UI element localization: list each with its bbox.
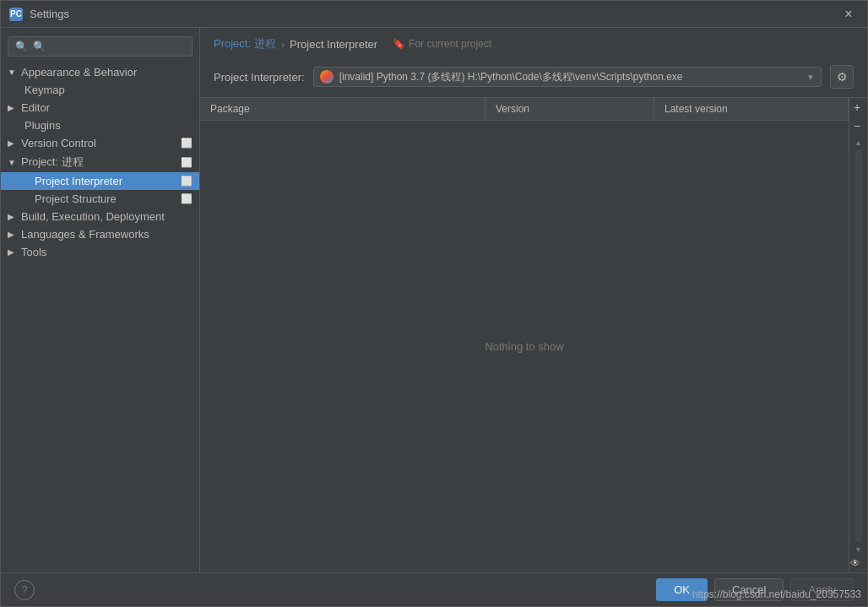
chevron-down-icon: ▼: [8, 158, 18, 167]
packages-area: Package Version Latest version Nothing t…: [200, 97, 867, 572]
search-box[interactable]: 🔍: [8, 36, 193, 57]
main-panel: Project: 进程 › Project Interpreter 🔖 For …: [200, 28, 867, 572]
col-latest-header: Latest version: [654, 98, 849, 120]
sidebar-item-label: Tools: [21, 246, 46, 258]
chevron-right-icon: ▶: [8, 103, 18, 112]
sidebar-item-keymap[interactable]: Keymap: [1, 81, 199, 99]
col-package-header: Package: [200, 98, 486, 120]
copy-icon: ⬜: [181, 176, 193, 187]
tag-icon: 🔖: [393, 38, 405, 50]
sidebar: 🔍 ▼ Appearance & Behavior Keymap ▶ Edito…: [1, 28, 200, 572]
scroll-track: [855, 150, 862, 542]
sidebar-item-version-control[interactable]: ▶ Version Control ⬜: [1, 134, 199, 152]
remove-package-button[interactable]: −: [849, 118, 865, 133]
table-body: Nothing to show: [200, 121, 849, 572]
sidebar-item-editor[interactable]: ▶ Editor: [1, 99, 199, 117]
python-icon: [320, 70, 334, 84]
sidebar-item-plugins[interactable]: Plugins: [1, 117, 199, 134]
window-title: Settings: [30, 8, 838, 20]
sidebar-item-label: Project Interpreter: [35, 175, 122, 187]
interpreter-select-wrapper: [invalid] Python 3.7 (多线程) H:\Python\Cod…: [313, 67, 822, 87]
close-button[interactable]: ×: [838, 4, 859, 24]
breadcrumb-tag-text: For current project: [409, 38, 491, 50]
app-icon: PC: [9, 8, 23, 21]
chevron-down-icon: ▼: [8, 68, 18, 77]
help-button[interactable]: ?: [14, 580, 35, 600]
eye-icon[interactable]: 👁: [849, 557, 861, 569]
chevron-right-icon: ▶: [8, 230, 18, 239]
interpreter-row: Project Interpreter: [invalid] Python 3.…: [200, 60, 867, 94]
interpreter-label: Project Interpreter:: [214, 71, 305, 84]
col-version-header: Version: [486, 98, 654, 120]
scroll-down-arrow[interactable]: ▼: [853, 544, 865, 556]
sidebar-item-label: Appearance & Behavior: [21, 66, 137, 79]
interpreter-select[interactable]: [invalid] Python 3.7 (多线程) H:\Python\Cod…: [313, 67, 822, 87]
watermark: https://blog.csdn.net/baidu_20357533: [692, 588, 861, 600]
sidebar-item-label: Languages & Frameworks: [21, 228, 149, 241]
chevron-right-icon: ▶: [8, 138, 18, 148]
chevron-right-icon: ▶: [8, 212, 18, 221]
breadcrumb-current: Project Interpreter: [290, 38, 377, 51]
breadcrumb-tag: 🔖 For current project: [393, 38, 491, 50]
packages-table: Package Version Latest version Nothing t…: [200, 98, 849, 572]
copy-icon: ⬜: [181, 157, 193, 168]
add-package-button[interactable]: +: [849, 100, 865, 115]
breadcrumb: Project: 进程 › Project Interpreter 🔖 For …: [200, 28, 867, 60]
search-input[interactable]: [33, 41, 185, 52]
sidebar-item-label: Keymap: [24, 84, 65, 96]
sidebar-item-label: Project: 进程: [21, 154, 84, 170]
sidebar-item-languages-frameworks[interactable]: ▶ Languages & Frameworks: [1, 225, 199, 243]
search-icon: 🔍: [15, 41, 28, 52]
sidebar-item-label: Plugins: [24, 119, 61, 132]
empty-message: Nothing to show: [485, 340, 563, 353]
sidebar-item-project[interactable]: ▼ Project: 进程 ⬜: [1, 152, 199, 172]
title-bar: PC Settings ×: [1, 1, 867, 28]
sidebar-item-build-execution[interactable]: ▶ Build, Execution, Deployment: [1, 208, 199, 225]
sidebar-item-tools[interactable]: ▶ Tools: [1, 243, 199, 261]
sidebar-item-project-interpreter[interactable]: Project Interpreter ⬜: [1, 172, 199, 190]
sidebar-item-appearance-behavior[interactable]: ▼ Appearance & Behavior: [1, 63, 199, 81]
scroll-up-arrow[interactable]: ▲: [853, 137, 865, 149]
copy-icon: ⬜: [181, 193, 193, 204]
interpreter-settings-button[interactable]: ⚙: [830, 65, 854, 89]
breadcrumb-parent[interactable]: Project: 进程: [214, 36, 276, 51]
sidebar-item-label: Build, Execution, Deployment: [21, 210, 165, 223]
breadcrumb-separator: ›: [281, 38, 285, 51]
chevron-right-icon: ▶: [8, 247, 18, 257]
sidebar-item-label: Project Structure: [35, 192, 117, 205]
table-header: Package Version Latest version: [200, 98, 849, 121]
copy-icon: ⬜: [181, 138, 193, 149]
sidebar-item-project-structure[interactable]: Project Structure ⬜: [1, 190, 199, 208]
sidebar-item-label: Editor: [21, 101, 50, 114]
sidebar-item-label: Version Control: [21, 137, 96, 149]
